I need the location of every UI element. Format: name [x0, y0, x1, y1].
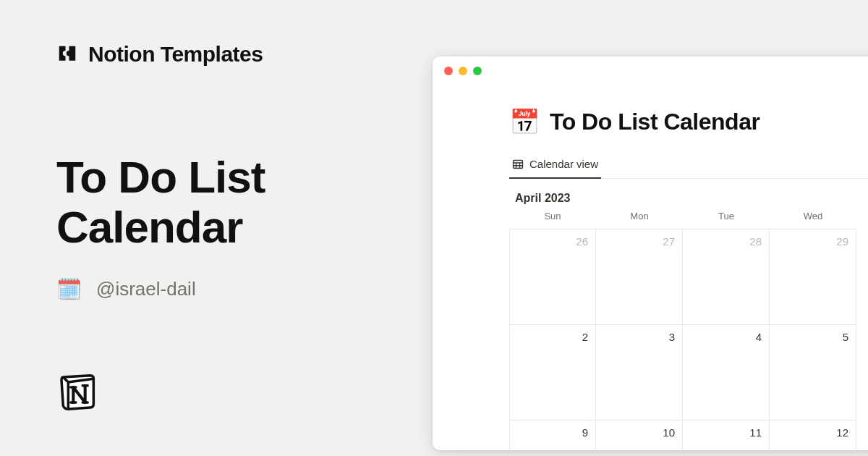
window-traffic-lights — [433, 56, 868, 83]
preview-window: 📅 To Do List Calendar Calendar view Apri… — [433, 56, 868, 450]
cal-cell[interactable]: 27 — [596, 229, 683, 324]
view-tabs: Calendar view — [509, 152, 868, 179]
author-handle[interactable]: @israel-dail — [96, 278, 196, 300]
left-pane: Notion Templates To Do List Calendar 🗓️ … — [56, 42, 404, 301]
cal-cell[interactable]: 5 — [770, 324, 856, 420]
puzzle-icon — [56, 43, 78, 65]
minimize-icon[interactable] — [459, 67, 467, 75]
cal-cell[interactable]: 3 — [596, 324, 683, 420]
dow-mon: Mon — [596, 205, 683, 229]
cal-cell[interactable]: 11 — [683, 420, 770, 450]
site-title: Notion Templates — [88, 42, 263, 67]
dow-wed: Wed — [770, 205, 856, 229]
tab-calendar-view[interactable]: Calendar view — [509, 152, 601, 179]
dow-sun: Sun — [509, 205, 596, 229]
month-label: April 2023 — [509, 192, 868, 205]
calendar-icon: 🗓️ — [56, 277, 82, 301]
cal-cell[interactable]: 28 — [683, 229, 770, 324]
dow-tue: Tue — [683, 205, 770, 229]
calendar-grid-icon — [512, 159, 524, 170]
tab-label: Calendar view — [529, 158, 598, 170]
doc-title-row: 📅 To Do List Calendar — [509, 107, 868, 136]
cal-cell[interactable]: 12 — [770, 420, 856, 450]
cal-cell[interactable]: 4 — [683, 324, 770, 420]
cal-cell[interactable]: 29 — [770, 229, 856, 324]
calendar-emoji-icon: 📅 — [509, 107, 540, 136]
notion-logo-icon — [56, 372, 97, 413]
maximize-icon[interactable] — [473, 67, 482, 75]
day-of-week-row: Sun Mon Tue Wed — [509, 205, 868, 229]
site-header: Notion Templates — [56, 42, 404, 67]
cal-cell[interactable]: 26 — [509, 229, 596, 324]
document-body: 📅 To Do List Calendar Calendar view Apri… — [433, 83, 868, 450]
svg-rect-0 — [514, 160, 523, 168]
page-title: To Do List Calendar — [56, 152, 404, 253]
calendar-grid: 26 27 28 29 2 3 4 5 9 10 11 12 — [509, 229, 868, 450]
author-row: 🗓️ @israel-dail — [56, 277, 404, 301]
cal-cell[interactable]: 10 — [596, 420, 683, 450]
cal-cell[interactable]: 9 — [509, 420, 596, 450]
cal-cell[interactable]: 2 — [509, 324, 596, 420]
close-icon[interactable] — [444, 67, 453, 75]
doc-title: To Do List Calendar — [550, 109, 760, 135]
